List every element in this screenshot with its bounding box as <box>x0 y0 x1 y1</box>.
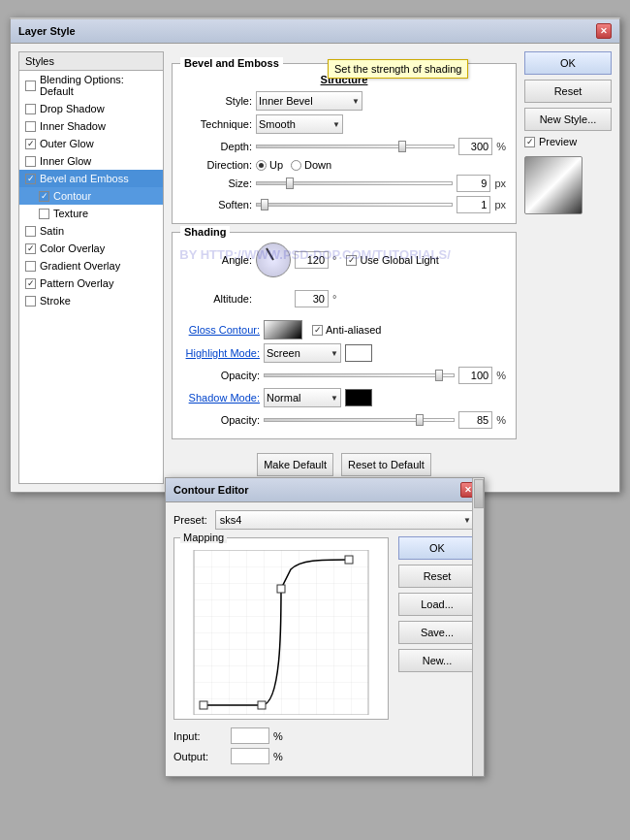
sidebar-item-color-overlay[interactable]: Color Overlay <box>19 240 163 257</box>
contour-reset-button[interactable]: Reset <box>398 565 476 588</box>
color-overlay-checkbox[interactable] <box>25 243 36 254</box>
contour-label: Contour <box>53 190 91 202</box>
soften-slider-thumb[interactable] <box>261 199 268 210</box>
contour-new-button[interactable]: New... <box>398 649 476 672</box>
technique-value: Smooth <box>259 118 296 130</box>
sidebar-item-satin[interactable]: Satin <box>19 222 163 240</box>
preset-row: Preset: sks4 ▼ <box>173 510 476 530</box>
bevel-emboss-checkbox[interactable] <box>25 174 36 184</box>
contour-scrollbar[interactable] <box>472 478 484 776</box>
direction-up-radio[interactable] <box>256 160 267 171</box>
blending-checkbox[interactable] <box>25 81 36 91</box>
depth-input[interactable] <box>458 138 492 155</box>
gloss-contour-preview[interactable] <box>264 320 302 339</box>
shadow-color-swatch[interactable] <box>345 389 372 406</box>
make-default-button[interactable]: Make Default <box>257 453 333 476</box>
preview-checkbox[interactable] <box>524 137 535 147</box>
drop-shadow-checkbox[interactable] <box>25 104 36 114</box>
style-value: Inner Bevel <box>259 95 313 107</box>
layer-style-close-button[interactable]: ✕ <box>596 23 612 39</box>
inner-glow-checkbox[interactable] <box>25 156 36 167</box>
technique-arrow-icon: ▼ <box>332 120 340 129</box>
input-value[interactable] <box>231 727 269 744</box>
gradient-overlay-label: Gradient Overlay <box>40 260 120 272</box>
shadow-opacity-thumb[interactable] <box>416 414 424 426</box>
sidebar-item-contour[interactable]: Contour <box>19 187 163 205</box>
stroke-checkbox[interactable] <box>25 296 36 307</box>
inner-shadow-checkbox[interactable] <box>25 121 36 132</box>
direction-down-option[interactable]: Down <box>291 159 331 171</box>
sidebar-item-blending[interactable]: Blending Options: Default <box>19 71 163 100</box>
left-panel: Styles Blending Options: Default Drop Sh… <box>18 51 164 484</box>
highlight-opacity-thumb[interactable] <box>435 370 443 381</box>
preset-select[interactable]: sks4 ▼ <box>215 510 476 530</box>
use-global-light-option[interactable]: Use Global Light <box>346 254 438 266</box>
altitude-degree: ° <box>332 293 336 305</box>
contour-ok-button[interactable]: OK <box>398 536 476 560</box>
pattern-overlay-checkbox[interactable] <box>25 278 36 289</box>
anti-aliased-checkbox[interactable] <box>312 325 323 336</box>
angle-input[interactable] <box>295 251 329 269</box>
sidebar-item-stroke[interactable]: Stroke <box>19 292 163 309</box>
highlight-mode-dropdown[interactable]: Screen ▼ <box>264 343 341 363</box>
mapping-canvas[interactable] <box>178 550 384 715</box>
direction-down-radio[interactable] <box>291 160 301 171</box>
contour-checkbox[interactable] <box>39 191 49 202</box>
sidebar-item-gradient-overlay[interactable]: Gradient Overlay <box>19 257 163 275</box>
sidebar-item-drop-shadow[interactable]: Drop Shadow <box>19 100 163 117</box>
highlight-opacity-input[interactable] <box>458 367 492 384</box>
reset-to-default-button[interactable]: Reset to Default <box>341 453 431 476</box>
layer-style-dialog: Layer Style ✕ Styles Blending Options: D… <box>10 17 620 493</box>
angle-dial[interactable] <box>256 242 291 277</box>
svg-rect-6 <box>345 556 353 564</box>
anti-aliased-label: Anti-aliased <box>326 324 381 336</box>
shadow-opacity-input[interactable] <box>458 411 492 429</box>
sidebar-item-outer-glow[interactable]: Outer Glow <box>19 135 163 152</box>
sidebar-item-pattern-overlay[interactable]: Pattern Overlay <box>19 275 163 292</box>
altitude-label: Altitude: <box>182 293 252 305</box>
direction-up-option[interactable]: Up <box>256 159 283 171</box>
outer-glow-checkbox[interactable] <box>25 139 36 149</box>
mapping-box: Mapping <box>173 537 389 720</box>
size-slider[interactable] <box>256 181 453 185</box>
shadow-mode-dropdown[interactable]: Normal ▼ <box>264 388 341 407</box>
shading-section-title: Shading <box>180 226 230 238</box>
size-slider-thumb[interactable] <box>286 178 294 189</box>
contour-scrollbar-thumb[interactable] <box>474 479 484 508</box>
soften-input[interactable] <box>457 196 490 213</box>
anti-aliased-option[interactable]: Anti-aliased <box>312 324 381 336</box>
input-row: Input: % <box>173 727 476 744</box>
shading-section: Shading Angle: ° Use Global Light <box>172 232 517 439</box>
sidebar-item-texture[interactable]: Texture <box>19 205 163 222</box>
new-style-button[interactable]: New Style... <box>524 108 612 131</box>
technique-row: Technique: Smooth ▼ <box>182 114 506 134</box>
satin-checkbox[interactable] <box>25 226 36 237</box>
depth-slider-thumb[interactable] <box>398 141 406 152</box>
ok-button[interactable]: OK <box>524 51 612 75</box>
input-label: Input: <box>173 730 227 742</box>
highlight-opacity-label: Opacity: <box>182 370 260 381</box>
direction-row: Direction: Up Down <box>182 159 506 171</box>
contour-load-button[interactable]: Load... <box>398 593 476 616</box>
style-dropdown[interactable]: Inner Bevel ▼ <box>256 91 362 111</box>
soften-slider[interactable] <box>256 203 453 207</box>
sidebar-item-bevel-emboss[interactable]: Bevel and Emboss <box>19 170 163 187</box>
shadow-opacity-slider[interactable] <box>264 418 455 422</box>
texture-checkbox[interactable] <box>39 209 49 219</box>
technique-dropdown[interactable]: Smooth ▼ <box>256 114 343 134</box>
output-value[interactable] <box>231 748 269 764</box>
highlight-opacity-slider[interactable] <box>264 373 455 377</box>
highlight-color-swatch[interactable] <box>345 344 372 362</box>
size-input[interactable] <box>457 175 490 192</box>
sidebar-item-inner-glow[interactable]: Inner Glow <box>19 152 163 170</box>
sidebar-item-inner-shadow[interactable]: Inner Shadow <box>19 117 163 135</box>
contour-editor-body: Preset: sks4 ▼ Mapping <box>166 502 484 776</box>
input-unit: % <box>273 730 283 742</box>
contour-save-button[interactable]: Save... <box>398 621 476 644</box>
reset-button[interactable]: Reset <box>524 80 612 103</box>
depth-slider[interactable] <box>256 145 455 148</box>
use-global-light-checkbox[interactable] <box>346 255 357 266</box>
altitude-input[interactable] <box>295 290 329 307</box>
gradient-overlay-checkbox[interactable] <box>25 261 36 272</box>
altitude-spacer <box>256 281 291 316</box>
